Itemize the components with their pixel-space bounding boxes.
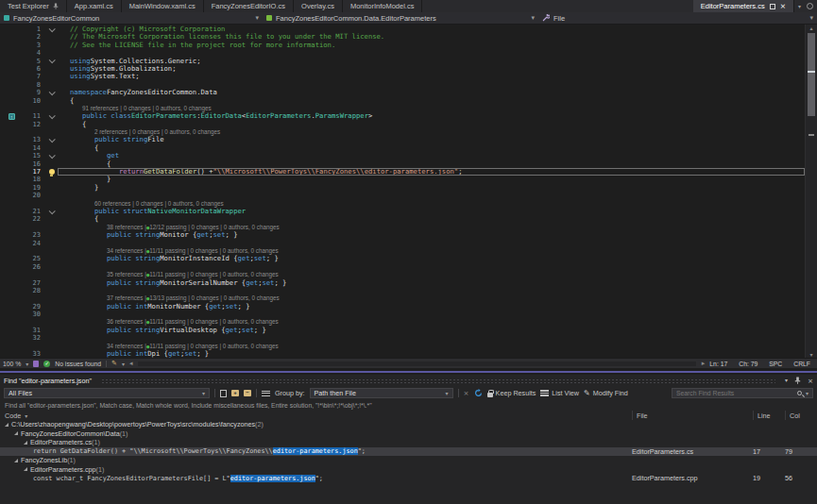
result-group-row[interactable]: EditorParameters.cs (1) bbox=[0, 438, 817, 447]
chevron-down-icon[interactable] bbox=[49, 208, 56, 214]
col-column-header[interactable]: Col bbox=[785, 411, 817, 420]
code-line-27[interactable]: 27public string MonitorSerialNumber { ge… bbox=[0, 279, 805, 287]
fold-chevron-icon[interactable] bbox=[45, 27, 58, 32]
spaces-indicator[interactable]: SPC bbox=[769, 361, 782, 367]
code-line-29[interactable]: 29public int MonitorNumber { get; set; } bbox=[0, 303, 805, 311]
expanded-triangle-icon[interactable] bbox=[14, 431, 18, 435]
line-column-header[interactable]: Line bbox=[753, 411, 785, 420]
find-results-titlebar[interactable]: Find "editor-parameters.json" ▾ × bbox=[0, 375, 817, 386]
group-by-select[interactable]: Path then File ▾ bbox=[310, 388, 453, 398]
expanded-triangle-icon[interactable] bbox=[24, 467, 27, 471]
tab-mainwindow-xaml-cs[interactable]: MainWindow.xaml.cs bbox=[122, 0, 204, 12]
tab-fancyzoneseditorio-cs[interactable]: FancyZonesEditorIO.cs bbox=[204, 0, 294, 12]
editor-vertical-scrollbar[interactable]: ▴ ▾ bbox=[805, 25, 817, 358]
code-line-12[interactable]: 12{ bbox=[0, 121, 805, 128]
expand-all-icon[interactable]: + bbox=[231, 390, 239, 396]
pin-icon[interactable] bbox=[794, 377, 801, 384]
refresh-icon[interactable] bbox=[474, 389, 483, 397]
scope-select[interactable]: All Files ▾ bbox=[4, 388, 210, 398]
line-ending-indicator[interactable]: CRLF bbox=[793, 361, 810, 367]
reference-indicator-icon[interactable]: ↑ bbox=[9, 113, 15, 120]
code-line-20[interactable]: 20 bbox=[0, 192, 805, 199]
code-line-17[interactable]: 17return GetDataFolder() + "\\Microsoft\… bbox=[0, 168, 805, 176]
code-line-9[interactable]: 9namespace FancyZonesEditorCommon.Data bbox=[0, 89, 805, 96]
type-dropdown[interactable]: FancyZonesEditorCommon.Data.EditorParame… bbox=[263, 12, 538, 24]
code-line-28[interactable]: 28 bbox=[0, 287, 805, 294]
code-line-11[interactable]: ↑11public class EditorParameters : Edito… bbox=[0, 112, 805, 120]
code-line-30[interactable]: 30 bbox=[0, 311, 805, 318]
column-indicator[interactable]: Ch: 79 bbox=[739, 361, 757, 367]
tab-overlay-cs[interactable]: Overlay.cs bbox=[294, 0, 343, 12]
result-group-row[interactable]: C:\Users\zhaopengwang\Desktop\powertoys\… bbox=[0, 420, 817, 429]
code-cleanup-icon[interactable]: ✎ bbox=[111, 360, 117, 367]
close-panel-icon[interactable]: × bbox=[808, 377, 813, 385]
tab-app-xaml-cs[interactable]: App.xaml.cs bbox=[67, 0, 122, 12]
search-find-results-input[interactable] bbox=[676, 390, 793, 396]
code-line-7[interactable]: 7using System.Text; bbox=[0, 73, 805, 80]
code-line-25[interactable]: 25public string MonitorInstanceId { get;… bbox=[0, 255, 805, 262]
scroll-right-icon[interactable]: ▸ bbox=[702, 360, 706, 367]
result-group-row[interactable]: EditorParameters.cpp (1) bbox=[0, 465, 817, 475]
project-dropdown[interactable]: FancyZonesEditorCommon ▾ bbox=[0, 12, 263, 24]
code-line-24[interactable]: 24 bbox=[0, 240, 805, 247]
tab-monitorinfomodel-cs[interactable]: MonitorInfoModel.cs bbox=[343, 0, 423, 12]
scroll-up-icon[interactable]: ▴ bbox=[806, 25, 817, 31]
code-line-19[interactable]: 19} bbox=[0, 184, 805, 192]
code-line-15[interactable]: 15get bbox=[0, 152, 805, 160]
chevron-down-icon[interactable] bbox=[49, 152, 56, 159]
code-line-10[interactable]: 10{ bbox=[0, 97, 805, 105]
expanded-triangle-icon[interactable] bbox=[14, 459, 18, 462]
zoom-chevron-icon[interactable]: ▾ bbox=[26, 361, 28, 367]
chevron-down-icon[interactable] bbox=[49, 89, 56, 95]
code-line-26[interactable]: 26 bbox=[0, 263, 805, 271]
lightbulb-icon[interactable] bbox=[49, 169, 55, 175]
chevron-down-icon[interactable] bbox=[49, 58, 56, 64]
fold-chevron-icon[interactable] bbox=[45, 114, 58, 119]
keep-results-button[interactable]: Keep Results bbox=[487, 389, 536, 397]
collapse-all-icon[interactable]: − bbox=[244, 390, 251, 396]
scroll-left-icon[interactable]: ◂ bbox=[129, 360, 133, 367]
chevron-down-icon[interactable] bbox=[49, 112, 56, 119]
code-editor[interactable]: 1// Copyright (c) Microsoft Corporation2… bbox=[0, 25, 817, 358]
tab-test-explorer[interactable]: Test Explorer bbox=[0, 0, 67, 12]
modify-find-button[interactable]: ✎ Modify Find bbox=[584, 389, 628, 397]
fold-chevron-icon[interactable] bbox=[45, 154, 58, 159]
code-line-14[interactable]: 14{ bbox=[0, 144, 805, 152]
fold-chevron-icon[interactable] bbox=[45, 59, 58, 63]
window-position-chevron-icon[interactable]: ▾ bbox=[785, 377, 788, 385]
clear-results-icon[interactable]: × bbox=[464, 389, 469, 397]
fold-chevron-icon[interactable] bbox=[45, 210, 58, 214]
expanded-triangle-icon[interactable] bbox=[24, 441, 27, 445]
filter-settings-icon[interactable] bbox=[262, 389, 270, 397]
line-indicator[interactable]: Ln: 17 bbox=[709, 361, 727, 367]
result-group-row[interactable]: FancyZonesEditorCommon\Data (1) bbox=[0, 429, 817, 439]
scroll-down-icon[interactable]: ▾ bbox=[806, 351, 817, 358]
result-match-row[interactable]: return GetDataFolder() + "\\Microsoft\\P… bbox=[0, 447, 817, 457]
chevron-down-icon[interactable] bbox=[49, 25, 56, 32]
scrollbar-thumb[interactable] bbox=[808, 33, 815, 116]
file-column-header[interactable]: File bbox=[632, 411, 753, 420]
result-group-row[interactable]: FancyZonesLib (1) bbox=[0, 456, 817, 465]
copy-results-icon[interactable] bbox=[220, 390, 227, 397]
code-line-18[interactable]: 18} bbox=[0, 176, 805, 183]
code-column-header[interactable]: Code ▾ bbox=[0, 412, 632, 420]
tab-options-icon[interactable] bbox=[807, 3, 813, 9]
search-find-results-box[interactable]: ▾ bbox=[672, 388, 813, 398]
result-match-row[interactable]: const wchar_t FancyZonesEditorParameters… bbox=[0, 474, 817, 483]
code-line-3[interactable]: 3// See the LICENSE file in the project … bbox=[0, 42, 805, 49]
document-health-icon[interactable] bbox=[33, 361, 39, 367]
code-line-32[interactable]: 32 bbox=[0, 334, 805, 342]
list-view-button[interactable]: List View bbox=[540, 389, 579, 397]
zoom-level[interactable]: 100 % bbox=[3, 361, 21, 367]
code-line-23[interactable]: 23public string Monitor { get; set; } bbox=[0, 231, 805, 239]
expanded-triangle-icon[interactable] bbox=[5, 423, 9, 427]
tab-editorparameters-cs[interactable]: EditorParameters.cs × bbox=[693, 0, 794, 12]
code-line-21[interactable]: 21public struct NativeMonitorDataWrapper bbox=[0, 208, 805, 215]
code-line-33[interactable]: 33public int Dpi { get; set; } bbox=[0, 350, 805, 358]
chevron-down-icon[interactable] bbox=[49, 136, 56, 143]
horizontal-scrollbar[interactable] bbox=[137, 361, 696, 367]
code-line-22[interactable]: 22{ bbox=[0, 215, 805, 223]
cleanup-chevron-icon[interactable]: ▾ bbox=[122, 361, 125, 367]
fold-chevron-icon[interactable] bbox=[45, 91, 58, 95]
fold-chevron-icon[interactable] bbox=[45, 138, 58, 143]
